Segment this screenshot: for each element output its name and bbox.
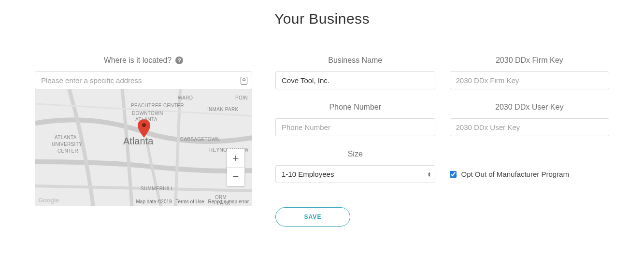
business-name-input[interactable] — [275, 71, 435, 89]
map-attribution: Map data ©2019 — [136, 199, 172, 204]
map-zoom-control: + − — [227, 149, 245, 186]
map-terms-link[interactable]: Terms of Use — [176, 199, 204, 204]
address-input[interactable] — [35, 71, 252, 89]
zoom-out-button[interactable]: − — [227, 168, 244, 186]
map-neighborhood-label: WARD — [178, 95, 193, 100]
map-brand: Google — [38, 197, 59, 204]
firm-key-label: 2030 DDx Firm Key — [450, 56, 610, 65]
map-pin-icon — [138, 119, 150, 138]
map-neighborhood-label: INMAN PARK — [207, 107, 239, 112]
opt-out-checkbox[interactable] — [450, 171, 457, 178]
firm-key-input[interactable] — [450, 71, 610, 89]
opt-out-label[interactable]: Opt Out of Manufacturer Program — [461, 170, 569, 178]
help-icon[interactable]: ? — [175, 57, 183, 64]
svg-point-0 — [142, 123, 146, 127]
map-neighborhood-label: PEACHTREE CENTER — [131, 103, 184, 108]
map-report-link[interactable]: Report a map error — [208, 199, 249, 204]
zoom-in-button[interactable]: + — [227, 149, 244, 168]
map-neighborhood-label: POIN — [235, 95, 248, 100]
location-label: Where is it located? ? — [35, 56, 252, 65]
location-label-text: Where is it located? — [104, 56, 172, 65]
phone-label: Phone Number — [275, 103, 435, 112]
contacts-icon[interactable] — [241, 77, 247, 85]
size-select[interactable]: 1-10 Employees — [275, 165, 435, 183]
map-neighborhood-label: UNIVERSITY — [52, 142, 82, 147]
phone-input[interactable] — [275, 118, 435, 136]
save-button[interactable]: SAVE — [275, 207, 350, 227]
map[interactable]: WARDPOINPEACHTREE CENTERDOWNTOWNATLANTAI… — [35, 89, 252, 206]
business-name-label: Business Name — [275, 56, 435, 65]
map-neighborhood-label: CABBAGETOWN — [180, 137, 220, 142]
location-column: Where is it located? ? WARDPOINPEACHTREE… — [35, 56, 252, 227]
map-neighborhood-label: CENTER — [57, 148, 78, 154]
user-key-label: 2030 DDx User Key — [450, 103, 610, 112]
size-label: Size — [275, 150, 435, 158]
map-neighborhood-label: DOWNTOWN — [132, 111, 163, 116]
map-neighborhood-label: ATLANTA — [55, 135, 77, 140]
user-key-input[interactable] — [450, 118, 610, 136]
map-neighborhood-label: SUMMERHILL — [141, 186, 174, 191]
page-title: Your Business — [0, 0, 644, 27]
map-footer: Map data ©2019 Terms of Use Report a map… — [136, 199, 249, 204]
